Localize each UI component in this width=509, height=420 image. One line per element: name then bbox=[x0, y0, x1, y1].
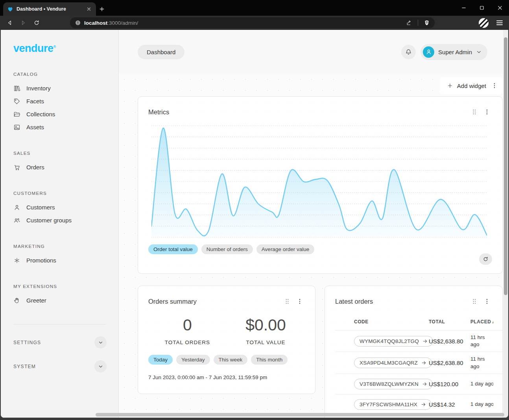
reload-button[interactable] bbox=[31, 17, 42, 29]
date-filter-chip[interactable]: This month bbox=[251, 355, 288, 365]
widget-bar-kebab-button[interactable] bbox=[489, 81, 500, 91]
stat-label: TOTAL VALUE bbox=[227, 339, 305, 345]
date-filter-chip[interactable]: This week bbox=[214, 355, 248, 365]
breadcrumb-dashboard-button[interactable]: Dashboard bbox=[138, 45, 184, 59]
image-icon bbox=[13, 124, 20, 131]
sidebar-item-label: Customers bbox=[26, 204, 55, 211]
url-path: :3000/admin/ bbox=[107, 20, 138, 26]
metric-chip[interactable]: Number of orders bbox=[201, 244, 253, 254]
tab-close-icon[interactable] bbox=[86, 6, 92, 12]
metrics-legend: Order total value Number of orders Avera… bbox=[148, 244, 492, 254]
latest-orders-table: CODETOTALPLACED AT WYMGK4TQQ8JL2TGQ bbox=[335, 319, 502, 415]
chevron-down-icon bbox=[476, 49, 482, 55]
order-code-link[interactable]: XSA9PD4LM3CGAQRZ bbox=[354, 358, 432, 368]
hand-icon bbox=[13, 297, 20, 304]
sidebar-item-customers[interactable]: Customers bbox=[13, 201, 118, 214]
forward-button[interactable] bbox=[17, 17, 29, 29]
sidebar-item-customer-groups[interactable]: Customer groups bbox=[13, 214, 118, 227]
url-host: localhost bbox=[84, 20, 107, 26]
url-bar[interactable]: localhost:3000/admin/ bbox=[70, 17, 435, 28]
sidebar-item-assets[interactable]: Assets bbox=[13, 121, 118, 134]
nav-section: SALES Orders bbox=[13, 151, 118, 174]
refresh-button[interactable] bbox=[479, 253, 492, 265]
expand-section-button[interactable] bbox=[94, 360, 107, 372]
stat-value: 0 bbox=[148, 316, 227, 334]
maximize-button[interactable] bbox=[473, 0, 491, 16]
browser-menu-icon[interactable] bbox=[495, 18, 504, 28]
sidebar-collapsed-section: SETTINGS bbox=[13, 336, 107, 348]
table-row: WYMGK4TQQ8JL2TGQ US$2,638.80 11 hrs ago bbox=[335, 330, 502, 352]
new-tab-button[interactable] bbox=[96, 2, 108, 16]
sidebar-item-label: Inventory bbox=[26, 85, 51, 92]
order-code-link[interactable]: 3FY7FSCWSHMA11HX bbox=[354, 399, 432, 410]
metric-chip[interactable]: Order total value bbox=[148, 244, 198, 254]
order-placed-at: 1 day ago bbox=[470, 401, 493, 408]
metric-chip[interactable]: Average order value bbox=[256, 244, 314, 254]
user-menu-button[interactable]: Super Admin bbox=[420, 44, 487, 60]
drag-handle-icon[interactable] bbox=[469, 296, 479, 306]
arrow-right-icon bbox=[421, 402, 426, 407]
order-code: XSA9PD4LM3CGAQRZ bbox=[360, 360, 418, 366]
browser-profile-avatar[interactable] bbox=[479, 18, 489, 28]
kebab-menu-icon bbox=[491, 82, 498, 89]
widget-title: Latest orders bbox=[335, 298, 373, 305]
main-area: Dashboard Super Admin bbox=[119, 30, 503, 418]
nav-section-title: SYSTEM bbox=[13, 364, 36, 369]
site-info-icon[interactable] bbox=[75, 20, 81, 26]
horizontal-scrollbar-thumb[interactable] bbox=[96, 413, 504, 416]
tab-title: Dashboard • Vendure bbox=[17, 6, 83, 12]
add-widget-card: Add widget bbox=[440, 77, 503, 94]
order-code-link[interactable]: WYMGK4TQQ8JL2TGQ bbox=[354, 336, 433, 347]
folder-icon bbox=[13, 111, 20, 118]
brave-shield-icon[interactable] bbox=[424, 20, 430, 26]
sidebar-item-label: Greeter bbox=[26, 297, 46, 304]
order-placed-at: 1 day ago bbox=[470, 380, 493, 387]
browser-tab[interactable]: Dashboard • Vendure bbox=[3, 2, 96, 16]
drag-handle-icon[interactable] bbox=[282, 296, 292, 306]
share-icon[interactable] bbox=[406, 20, 412, 26]
drag-handle-icon[interactable] bbox=[469, 107, 479, 117]
vertical-scrollbar[interactable] bbox=[503, 30, 508, 418]
date-filter-chip[interactable]: Today bbox=[148, 355, 173, 365]
column-header: CODE bbox=[354, 319, 429, 325]
page-viewport: vendure® CATALOG Inventory bbox=[1, 30, 508, 418]
widget-kebab-button[interactable] bbox=[295, 296, 305, 306]
sidebar-item-promotions[interactable]: Promotions bbox=[13, 254, 118, 267]
minimize-button[interactable] bbox=[455, 0, 473, 16]
stat-value: $0.00 bbox=[227, 316, 305, 334]
kebab-menu-icon bbox=[296, 298, 303, 305]
close-window-button[interactable] bbox=[491, 0, 509, 16]
metrics-widget: Metrics bbox=[138, 96, 503, 274]
notifications-button[interactable] bbox=[401, 45, 416, 59]
library-icon bbox=[13, 85, 20, 92]
expand-section-button[interactable] bbox=[94, 336, 107, 348]
order-code-link[interactable]: V3T6BW8ZQLWMYZKN bbox=[354, 379, 433, 389]
table-row: V3T6BW8ZQLWMYZKN US$120.00 1 day ago bbox=[335, 374, 502, 394]
table-row: XSA9PD4LM3CGAQRZ US$2,638.80 11 hrs ago bbox=[335, 352, 502, 374]
sidebar-item-facets[interactable]: Facets bbox=[13, 95, 118, 108]
nav-section-title: CATALOG bbox=[13, 72, 118, 77]
sidebar-item-collections[interactable]: Collections bbox=[13, 108, 118, 121]
sidebar-item-orders[interactable]: Orders bbox=[13, 161, 118, 174]
back-button[interactable] bbox=[4, 17, 16, 29]
divider bbox=[418, 20, 418, 26]
sidebar-divider bbox=[13, 324, 106, 325]
sidebar-item-label: Facets bbox=[26, 98, 44, 105]
sidebar-item-label: Orders bbox=[26, 164, 44, 171]
add-widget-button[interactable]: Add widget bbox=[442, 83, 489, 89]
vertical-scrollbar-thumb[interactable] bbox=[504, 37, 507, 295]
order-code: WYMGK4TQQ8JL2TGQ bbox=[360, 338, 419, 344]
browser-toolbar: localhost:3000/admin/ bbox=[0, 16, 509, 30]
date-filter-chip[interactable]: Yesterday bbox=[176, 355, 210, 365]
sidebar-item-inventory[interactable]: Inventory bbox=[13, 82, 118, 95]
summary-filters: Today Yesterday This week This month bbox=[148, 355, 305, 365]
widget-kebab-button[interactable] bbox=[482, 107, 492, 117]
person-icon bbox=[425, 48, 433, 56]
widget-kebab-button[interactable] bbox=[482, 296, 492, 306]
sidebar-item-greeter[interactable]: Greeter bbox=[13, 294, 118, 307]
sidebar-nav: CATALOG Inventory F bbox=[13, 72, 118, 307]
order-placed-at: 11 hrs ago bbox=[470, 334, 493, 348]
sidebar: vendure® CATALOG Inventory bbox=[1, 30, 119, 418]
refresh-icon bbox=[483, 256, 489, 262]
user-name: Super Admin bbox=[438, 49, 472, 55]
